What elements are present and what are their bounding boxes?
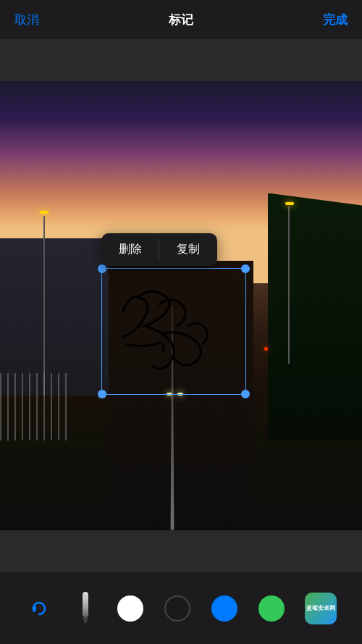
color-white-button[interactable]: [117, 595, 143, 622]
delete-menu-item[interactable]: 删除: [101, 233, 159, 266]
undo-button[interactable]: [25, 594, 54, 623]
color-black-button[interactable]: [164, 595, 190, 622]
photo-container[interactable]: 删除 复制: [0, 81, 362, 530]
streetlight-left: [43, 216, 45, 396]
svg-marker-2: [83, 617, 88, 624]
cancel-button[interactable]: 取消: [14, 12, 39, 28]
bottom-toolbar: 蓝莓安卓网: [0, 572, 362, 644]
logo-watermark: 蓝莓安卓网: [305, 593, 337, 624]
fence-left: [0, 373, 72, 440]
copy-menu-item[interactable]: 复制: [159, 233, 217, 266]
svg-rect-1: [83, 592, 88, 617]
streetlight-right: [288, 206, 290, 364]
color-green-button[interactable]: [258, 595, 285, 622]
content-area: 删除 复制: [0, 39, 362, 572]
streetlight-glow-right: [285, 202, 294, 205]
handle-bottom-right[interactable]: [241, 390, 250, 398]
handle-top-right[interactable]: [241, 264, 250, 273]
done-button[interactable]: 完成: [323, 12, 348, 28]
color-blue-button[interactable]: [211, 595, 237, 622]
buildings-left: [0, 238, 109, 396]
pen-tool[interactable]: [75, 593, 96, 624]
watermark-text: 蓝莓安卓网: [306, 605, 335, 612]
context-menu: 删除 复制: [101, 233, 217, 266]
undo-icon: [29, 598, 49, 619]
selection-box[interactable]: [101, 268, 246, 395]
pen-icon: [79, 590, 92, 627]
nav-bar: 取消 标记 完成: [0, 0, 362, 39]
traffic-light: [264, 347, 268, 351]
streetlight-glow-left: [40, 211, 49, 214]
handle-bottom-left[interactable]: [98, 390, 106, 398]
trees-right: [268, 193, 362, 440]
page-title: 标记: [169, 12, 193, 28]
